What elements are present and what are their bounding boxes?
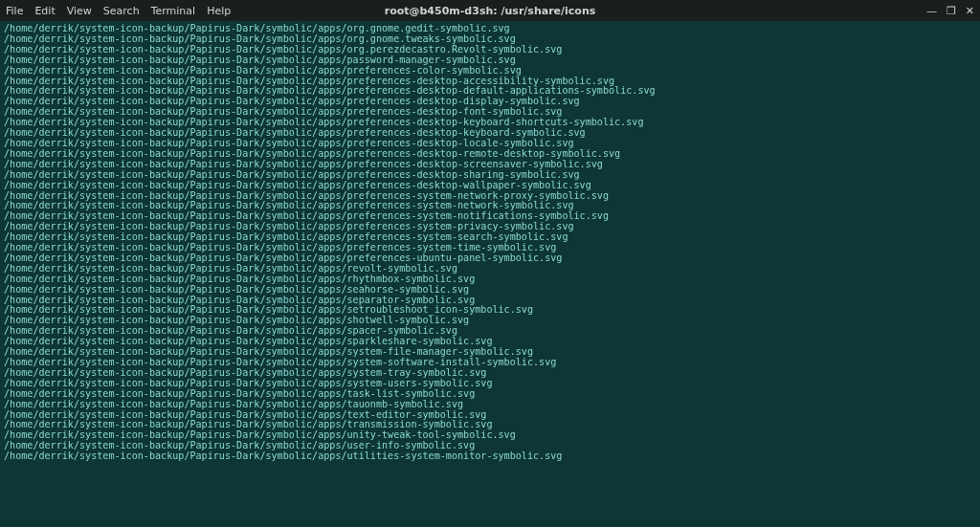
terminal-line: /home/derrik/system-icon-backup/Papirus-… (4, 285, 976, 296)
window-titlebar: File Edit View Search Terminal Help root… (0, 0, 980, 21)
terminal-output[interactable]: /home/derrik/system-icon-backup/Papirus-… (0, 21, 980, 527)
menu-view[interactable]: View (67, 5, 92, 17)
terminal-line: /home/derrik/system-icon-backup/Papirus-… (4, 400, 976, 410)
window-title: root@b450m-d3sh: /usr/share/icons (385, 5, 596, 17)
terminal-line: /home/derrik/system-icon-backup/Papirus-… (4, 170, 976, 181)
menu-edit[interactable]: Edit (34, 5, 55, 17)
menu-bar: File Edit View Search Terminal Help (6, 5, 231, 17)
close-icon[interactable]: ✕ (966, 5, 974, 17)
menu-help[interactable]: Help (207, 5, 231, 17)
terminal-line: /home/derrik/system-icon-backup/Papirus-… (4, 389, 976, 400)
window-controls: — ❐ ✕ (926, 5, 974, 17)
menu-file[interactable]: File (6, 5, 23, 17)
terminal-line: /home/derrik/system-icon-backup/Papirus-… (4, 66, 976, 77)
maximize-icon[interactable]: ❐ (947, 5, 956, 17)
menu-search[interactable]: Search (103, 5, 140, 17)
terminal-line: /home/derrik/system-icon-backup/Papirus-… (4, 55, 976, 66)
menu-terminal[interactable]: Terminal (151, 5, 196, 17)
terminal-line: /home/derrik/system-icon-backup/Papirus-… (4, 451, 976, 462)
minimize-icon[interactable]: — (926, 5, 937, 17)
terminal-line: /home/derrik/system-icon-backup/Papirus-… (4, 181, 976, 191)
